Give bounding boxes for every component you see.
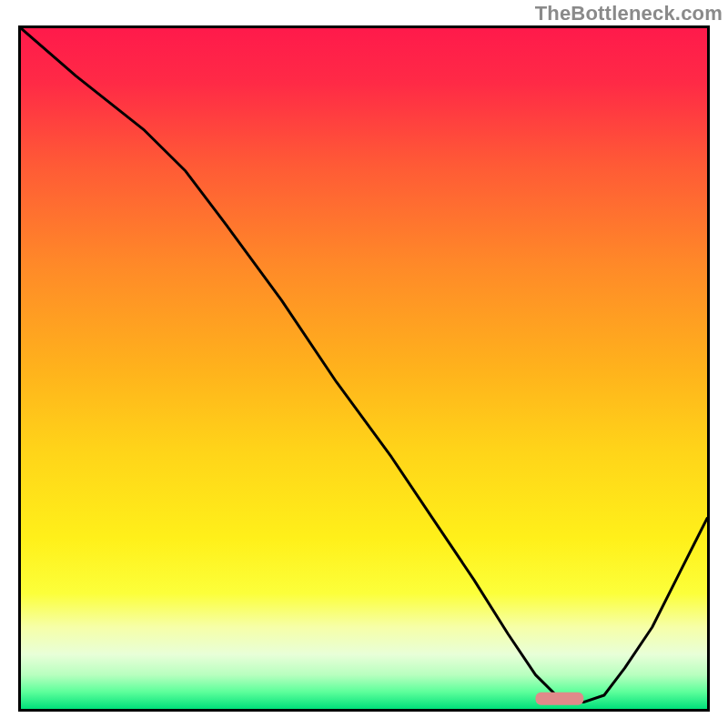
optimal-marker	[21, 28, 707, 709]
svg-rect-1	[536, 693, 584, 705]
plot-area	[18, 25, 710, 712]
attribution-label: TheBottleneck.com	[535, 2, 723, 25]
chart-container: TheBottleneck.com	[0, 0, 728, 728]
